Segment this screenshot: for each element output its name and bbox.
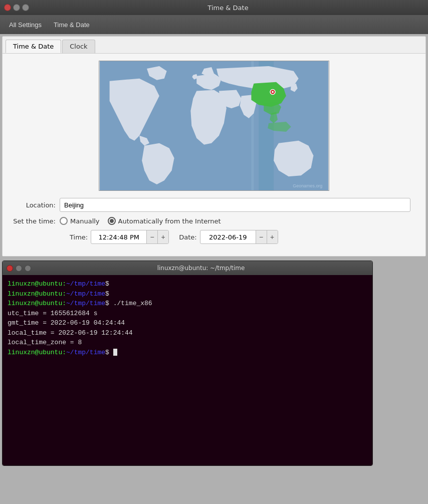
- time-plus-button[interactable]: +: [157, 230, 168, 243]
- time-date-controls: Time: 12:24:48 PM − + Date: 2022-06-19 −…: [10, 230, 278, 244]
- location-label: Location:: [10, 201, 60, 209]
- terminal-line-4: utc_time = 1655612684 s: [8, 309, 367, 319]
- tab-bar: Time & Date Clock: [3, 37, 425, 54]
- location-input[interactable]: [60, 198, 410, 212]
- window-title: Time & Date: [32, 4, 424, 12]
- terminal-maximize-button[interactable]: [25, 265, 31, 272]
- terminal-window: linuxzn@ubuntu: ~/tmp/time linuxzn@ubunt…: [2, 261, 373, 466]
- radio-manually[interactable]: Manually: [60, 217, 100, 225]
- time-date-row: Time: 12:24:48 PM − + Date: 2022-06-19 −…: [10, 230, 418, 244]
- title-bar-buttons: [4, 4, 29, 11]
- radio-manually-circle: [60, 217, 68, 225]
- time-input-group: 12:24:48 PM − +: [91, 230, 169, 244]
- terminal-line-3: linuxzn@ubuntu:~/tmp/time$ ./time_x86: [8, 299, 367, 309]
- tab-time-date[interactable]: Time & Date: [6, 40, 61, 53]
- close-button[interactable]: [4, 4, 11, 11]
- radio-group: Manually Automatically from the Internet: [60, 217, 221, 225]
- tab-clock[interactable]: Clock: [62, 40, 95, 53]
- title-bar: Time & Date: [0, 0, 428, 15]
- time-label: Time:: [70, 233, 88, 241]
- time-value: 12:24:48 PM: [91, 232, 146, 242]
- svg-point-4: [272, 91, 274, 93]
- terminal-line-7: local_time_zone = 8: [8, 338, 367, 348]
- set-time-row: Set the time: Manually Automatically fro…: [10, 217, 418, 225]
- date-input-group: 2022-06-19 − +: [200, 230, 278, 244]
- date-value: 2022-06-19: [200, 232, 256, 242]
- date-section: Date: 2022-06-19 − +: [179, 230, 278, 244]
- terminal-close-button[interactable]: [7, 265, 13, 272]
- date-minus-button[interactable]: −: [256, 230, 267, 243]
- all-settings-button[interactable]: All Settings: [4, 19, 47, 31]
- date-plus-button[interactable]: +: [267, 230, 278, 243]
- world-map[interactable]: Geonames.org: [99, 61, 329, 191]
- time-date-nav-button[interactable]: Time & Date: [49, 19, 95, 31]
- svg-text:Geonames.org: Geonames.org: [293, 183, 322, 188]
- maximize-button[interactable]: [22, 4, 29, 11]
- tab-content-time-date: Geonames.org Location: Set the time: Man…: [3, 54, 425, 256]
- minimize-button[interactable]: [13, 4, 20, 11]
- terminal-title-text: linuxzn@ubuntu: ~/tmp/time: [34, 265, 368, 272]
- terminal-title-bar: linuxzn@ubuntu: ~/tmp/time: [3, 261, 372, 275]
- set-time-label: Set the time:: [10, 217, 60, 225]
- terminal-line-6: local_time = 2022-06-19 12:24:44: [8, 328, 367, 338]
- radio-auto-circle: [108, 217, 116, 225]
- radio-auto-label: Automatically from the Internet: [118, 217, 221, 225]
- terminal-line-8: linuxzn@ubuntu:~/tmp/time$: [8, 348, 367, 358]
- toolbar: All Settings Time & Date: [0, 15, 428, 34]
- terminal-cursor: [113, 349, 117, 356]
- terminal-body[interactable]: linuxzn@ubuntu:~/tmp/time$ linuxzn@ubunt…: [3, 275, 372, 465]
- location-row: Location:: [10, 198, 418, 212]
- terminal-line-1: linuxzn@ubuntu:~/tmp/time$: [8, 279, 367, 289]
- time-minus-button[interactable]: −: [146, 230, 157, 243]
- main-panel: Time & Date Clock: [2, 36, 426, 257]
- radio-auto[interactable]: Automatically from the Internet: [108, 217, 221, 225]
- radio-manually-label: Manually: [70, 217, 100, 225]
- terminal-line-2: linuxzn@ubuntu:~/tmp/time$: [8, 289, 367, 299]
- time-section: Time: 12:24:48 PM − +: [70, 230, 169, 244]
- date-label: Date:: [179, 233, 196, 241]
- terminal-line-5: gmt_time = 2022-06-19 04:24:44: [8, 318, 367, 328]
- terminal-minimize-button[interactable]: [16, 265, 22, 272]
